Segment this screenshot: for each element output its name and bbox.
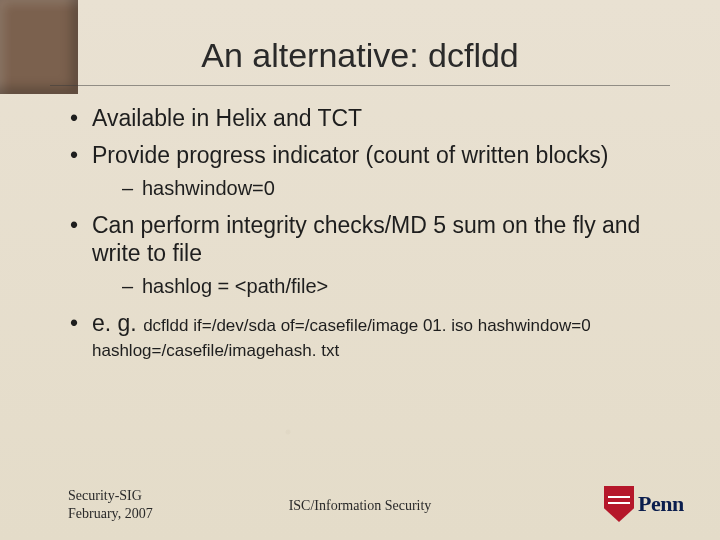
sub-bullet-item: hashwindow=0 [122,176,666,201]
bullet-list: Available in Helix and TCT Provide progr… [70,104,666,361]
footer-center-text: ISC/Information Security [289,498,432,513]
bullet-item: e. g. dcfldd if=/dev/sda of=/casefile/im… [70,309,666,361]
bullet-item: Available in Helix and TCT [70,104,666,133]
bullet-item: Provide progress indicator (count of wri… [70,141,666,201]
sub-bullet-item: hashlog = <path/file> [122,274,666,299]
bullet-text: Can perform integrity checks/MD 5 sum on… [92,212,640,267]
bullet-text: Available in Helix and TCT [92,105,362,131]
penn-logo: Penn [604,484,694,524]
example-command-continued: hashlog=/casefile/imagehash. txt [92,340,666,361]
bullet-item: Can perform integrity checks/MD 5 sum on… [70,211,666,300]
bullet-text: Provide progress indicator (count of wri… [92,142,608,168]
sub-bullet-text: hashlog = <path/file> [142,275,328,297]
title-underline [50,85,670,86]
sub-bullet-list: hashwindow=0 [122,176,666,201]
slide-body: An alternative: dcfldd Available in Heli… [26,14,694,526]
example-command: dcfldd if=/dev/sda of=/casefile/image 01… [143,316,590,335]
logo-text: Penn [638,491,684,517]
sub-bullet-list: hashlog = <path/file> [122,274,666,299]
slide-title: An alternative: dcfldd [26,36,694,75]
sub-bullet-text: hashwindow=0 [142,177,275,199]
shield-icon [604,486,634,522]
example-lead: e. g. [92,310,143,336]
